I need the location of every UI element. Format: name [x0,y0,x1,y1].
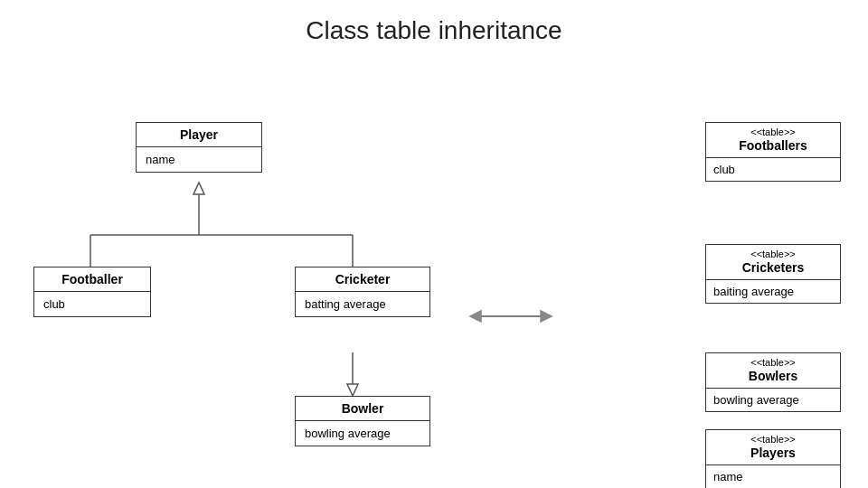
bowler-class-body: bowling average [296,421,429,446]
players-field: name [713,470,743,483]
cricketer-class-header: Cricketer [296,267,429,292]
bowler-class-name: Bowler [342,401,384,416]
footballers-field: club [713,163,735,176]
players-stereotype: <<table>> [713,434,833,445]
players-tablename: Players [750,446,796,460]
footballers-table-header: <<table>> Footballers [706,123,840,158]
cricketer-field-batting: batting average [305,297,386,311]
player-class-header: Player [137,123,261,147]
cricketer-class-body: batting average [296,292,429,316]
footballer-class-body: club [34,292,150,316]
footballer-class-box: Footballer club [33,267,151,317]
cricketers-field: baiting average [713,285,794,298]
footballers-tablename: Footballers [739,138,807,153]
svg-marker-9 [541,311,552,322]
bowlers-table-box: <<table>> Bowlers bowling average [705,352,841,412]
footballers-table-box: <<table>> Footballers club [705,122,841,182]
player-class-box: Player name [136,122,262,173]
player-class-name: Player [180,127,218,142]
bowlers-stereotype: <<table>> [713,357,833,368]
footballer-class-name: Footballer [61,272,123,286]
player-class-body: name [137,147,261,172]
bowlers-field: bowling average [713,393,799,407]
diagram-area: Player name Footballer club Cricketer ba… [0,54,868,488]
bowler-class-header: Bowler [296,397,429,421]
page-title: Class table inheritance [0,0,868,45]
cricketer-class-name: Cricketer [335,272,391,286]
bowlers-table-header: <<table>> Bowlers [706,353,840,389]
footballer-class-header: Footballer [34,267,150,292]
cricketers-tablename: Cricketers [742,260,805,275]
cricketers-table-box: <<table>> Cricketers baiting average [705,244,841,304]
bowlers-tablename: Bowlers [749,369,797,383]
footballers-stereotype: <<table>> [713,127,833,137]
svg-marker-6 [347,384,358,396]
cricketer-class-box: Cricketer batting average [295,267,430,317]
svg-marker-4 [193,183,204,194]
bowler-class-box: Bowler bowling average [295,396,430,446]
bowler-field-bowling: bowling average [305,427,391,440]
players-table-box: <<table>> Players name [705,429,841,488]
cricketers-stereotype: <<table>> [713,249,833,259]
svg-marker-8 [470,311,481,322]
players-table-body: name [706,465,840,488]
player-field-name: name [146,153,175,166]
bowlers-table-body: bowling average [706,389,840,411]
footballer-field-club: club [43,297,65,311]
cricketers-table-body: baiting average [706,280,840,303]
footballers-table-body: club [706,158,840,181]
players-table-header: <<table>> Players [706,430,840,465]
cricketers-table-header: <<table>> Cricketers [706,245,840,280]
